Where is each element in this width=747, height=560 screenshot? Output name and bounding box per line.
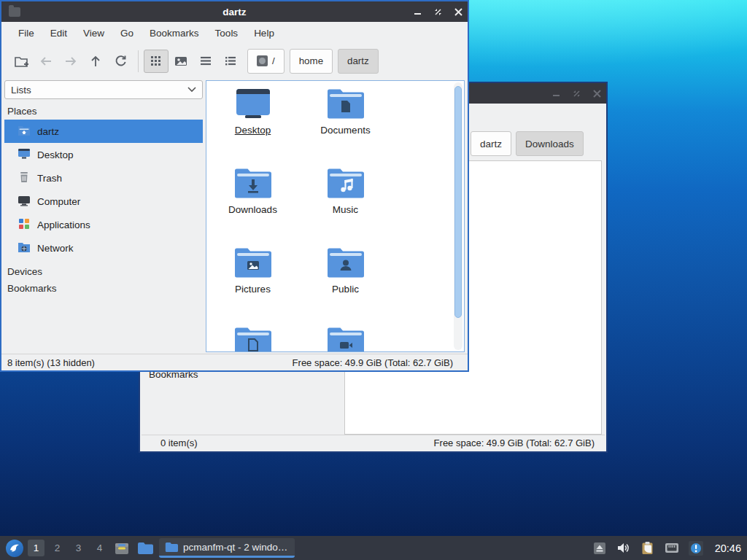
restore-icon[interactable] [571, 88, 581, 98]
menu-view[interactable]: View [75, 25, 112, 42]
file-item-documents[interactable]: Documents [299, 87, 392, 163]
update-notifier-icon[interactable] [688, 540, 704, 556]
toolbar: / home dartz [1, 44, 468, 77]
minimize-icon[interactable] [551, 88, 561, 98]
file-item-videos[interactable]: Videos [299, 325, 392, 352]
folder-icon [165, 542, 178, 553]
status-free-space: Free space: 49.9 GiB (Total: 62.7 GiB) [293, 357, 453, 368]
task-button-pcmanfm[interactable]: pcmanfm-qt - 2 windo… [159, 538, 295, 558]
downloads-folder-icon [233, 166, 273, 200]
sidebar-item-label: Network [37, 243, 74, 254]
archive-manager-launcher[interactable] [112, 540, 131, 557]
sidebar-item-desktop[interactable]: Desktop [4, 143, 203, 166]
path-segment-label: Downloads [525, 139, 574, 149]
path-root-button[interactable]: / [247, 49, 285, 74]
status-item-count: 8 item(s) (13 hidden) [7, 357, 95, 368]
root-drive-icon [257, 55, 268, 66]
file-manager-window-dartz[interactable]: dartz File Edit View Go Bookmarks Tools … [0, 0, 469, 372]
window-title: dartz [1, 7, 468, 18]
sidebar-header-devices: Devices [4, 260, 203, 280]
window-folder-icon [9, 7, 20, 17]
volume-icon[interactable] [616, 540, 632, 556]
thumbnail-view-button[interactable] [169, 50, 193, 73]
toolbar-separator [138, 50, 139, 72]
close-icon[interactable] [453, 7, 463, 17]
path-segment-label: dartz [480, 139, 502, 149]
detailed-list-view-button[interactable] [218, 50, 243, 73]
templates-folder-icon [233, 325, 273, 352]
file-label: Downloads [228, 204, 277, 215]
file-item-downloads[interactable]: Downloads [206, 166, 299, 242]
front-window-titlebar[interactable]: dartz [1, 1, 468, 22]
refresh-button[interactable] [108, 50, 133, 73]
file-label: Documents [320, 125, 370, 136]
sidebar-item-dartz[interactable]: dartz [4, 120, 203, 143]
sidebar-header-places: Places [4, 99, 203, 120]
path-segment-label: dartz [347, 55, 369, 66]
forward-button[interactable] [58, 50, 83, 73]
sidebar-item-label: Trash [37, 173, 62, 184]
sidebar-item-network[interactable]: Network [4, 236, 203, 260]
network-icon [18, 241, 31, 254]
places-sidebar: Lists Places dartz Desktop [1, 77, 206, 354]
menu-go[interactable]: Go [112, 25, 142, 42]
sidebar-panel-selector[interactable]: Lists [4, 80, 203, 99]
scrollbar-thumb[interactable] [454, 86, 462, 318]
file-manager-launcher[interactable] [136, 540, 155, 557]
system-tray: 20:46 [592, 540, 741, 556]
archive-box-icon [114, 541, 130, 556]
path-home-button[interactable]: home [290, 49, 333, 74]
desktop-folder-icon [233, 87, 273, 120]
desktop-icon [18, 148, 31, 161]
public-folder-icon [326, 246, 365, 279]
removable-media-eject-icon[interactable] [592, 540, 608, 556]
home-folder-icon [18, 125, 31, 138]
file-item-music[interactable]: Music [299, 166, 392, 242]
file-list[interactable]: Desktop Documents Downloads [206, 80, 465, 352]
desktop-wallpaper: dartz Downloads Bookmarks 0 item(s) Free… [0, 0, 747, 560]
path-current-button[interactable]: dartz [338, 49, 379, 74]
back-status-free-space: Free space: 49.9 GiB (Total: 62.7 GiB) [434, 438, 595, 448]
panel-selector-label: Lists [11, 85, 31, 96]
path-breadcrumb: / home dartz [247, 49, 379, 74]
clipboard-icon[interactable] [640, 540, 656, 556]
menu-tools[interactable]: Tools [207, 25, 247, 42]
new-tab-button[interactable] [9, 50, 34, 73]
up-button[interactable] [83, 50, 108, 73]
menu-bookmarks[interactable]: Bookmarks [142, 25, 207, 42]
icon-view-button[interactable] [144, 50, 169, 73]
sidebar-item-label: Applications [37, 219, 90, 230]
clock[interactable]: 20:46 [715, 542, 741, 554]
file-item-templates[interactable]: Templates [206, 325, 299, 352]
menubar: File Edit View Go Bookmarks Tools Help [1, 22, 468, 44]
minimize-icon[interactable] [412, 7, 422, 17]
file-item-public[interactable]: Public [299, 246, 392, 322]
menu-file[interactable]: File [10, 25, 42, 42]
scrollbar[interactable] [454, 82, 462, 350]
compact-view-button[interactable] [193, 50, 218, 73]
menu-help[interactable]: Help [246, 25, 282, 42]
sidebar-item-computer[interactable]: Computer [4, 190, 203, 213]
sidebar-item-trash[interactable]: Trash [4, 166, 203, 190]
workspace-3[interactable]: 3 [70, 540, 87, 556]
network-icon[interactable] [664, 540, 680, 556]
sidebar-item-applications[interactable]: Applications [4, 213, 203, 236]
workspace-1[interactable]: 1 [28, 540, 44, 556]
app-menu-button[interactable] [6, 540, 23, 557]
restore-icon[interactable] [433, 7, 443, 17]
file-item-desktop[interactable]: Desktop [206, 87, 299, 163]
menu-edit[interactable]: Edit [42, 25, 75, 42]
file-label: Desktop [235, 125, 271, 136]
statusbar: 8 item(s) (13 hidden) Free space: 49.9 G… [1, 354, 468, 370]
back-path-segment-dartz[interactable]: dartz [471, 131, 511, 156]
path-root-label: / [272, 55, 275, 66]
taskbar: 1 2 3 4 pcmanfm-qt - 2 windo… [0, 536, 747, 560]
workspace-2[interactable]: 2 [49, 540, 66, 556]
back-button[interactable] [34, 50, 58, 73]
path-segment-label: home [299, 55, 323, 66]
file-item-pictures[interactable]: Pictures [206, 246, 299, 322]
close-icon[interactable] [592, 88, 602, 98]
computer-icon [18, 195, 31, 208]
workspace-4[interactable]: 4 [91, 540, 108, 556]
back-path-segment-downloads[interactable]: Downloads [516, 131, 584, 156]
